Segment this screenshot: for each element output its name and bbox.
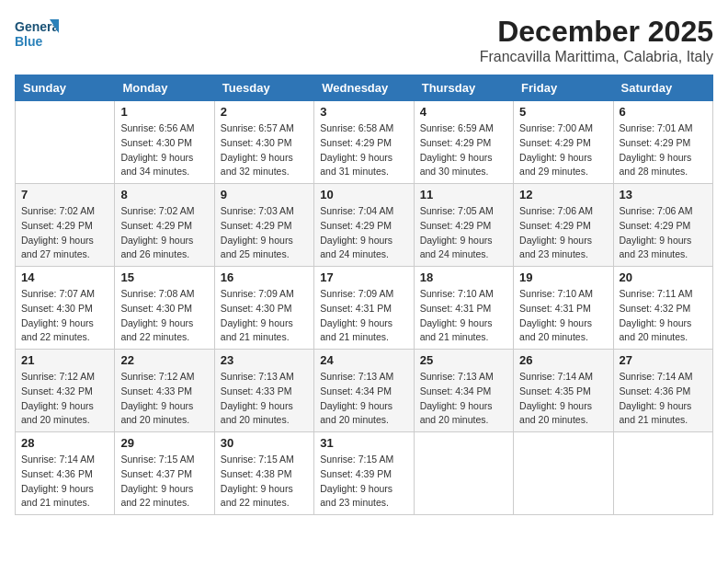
day-number: 25 xyxy=(420,353,507,367)
cell-info: Sunrise: 7:13 AMSunset: 4:34 PMDaylight:… xyxy=(420,370,507,428)
day-number: 26 xyxy=(519,353,607,367)
cell-info: Sunrise: 7:10 AMSunset: 4:31 PMDaylight:… xyxy=(519,287,607,345)
day-of-week-header: Monday xyxy=(115,75,214,101)
cell-info: Sunrise: 7:12 AMSunset: 4:32 PMDaylight:… xyxy=(21,370,108,428)
cell-info: Sunrise: 7:12 AMSunset: 4:33 PMDaylight:… xyxy=(120,370,208,428)
calendar-cell: 25Sunrise: 7:13 AMSunset: 4:34 PMDayligh… xyxy=(414,350,513,432)
cell-info: Sunrise: 7:14 AMSunset: 4:35 PMDaylight:… xyxy=(519,370,607,428)
day-number: 7 xyxy=(21,188,108,201)
day-number: 28 xyxy=(21,436,108,450)
calendar-header-row: SundayMondayTuesdayWednesdayThursdayFrid… xyxy=(16,75,713,101)
calendar-cell: 23Sunrise: 7:13 AMSunset: 4:33 PMDayligh… xyxy=(214,350,313,432)
day-of-week-header: Tuesday xyxy=(214,75,313,101)
day-number: 1 xyxy=(120,105,208,119)
logo-icon: General Blue xyxy=(15,15,59,52)
cell-info: Sunrise: 7:00 AMSunset: 4:29 PMDaylight:… xyxy=(519,121,607,179)
calendar-cell: 30Sunrise: 7:15 AMSunset: 4:38 PMDayligh… xyxy=(214,432,313,515)
calendar-cell: 3Sunrise: 6:58 AMSunset: 4:29 PMDaylight… xyxy=(314,101,414,184)
calendar-week-row: 21Sunrise: 7:12 AMSunset: 4:32 PMDayligh… xyxy=(16,350,713,432)
day-number: 5 xyxy=(519,105,607,119)
logo: General Blue xyxy=(15,15,63,52)
day-number: 29 xyxy=(120,436,208,450)
cell-info: Sunrise: 7:15 AMSunset: 4:37 PMDaylight:… xyxy=(120,453,208,511)
cell-info: Sunrise: 6:59 AMSunset: 4:29 PMDaylight:… xyxy=(420,121,507,179)
day-number: 18 xyxy=(420,270,507,284)
calendar-cell xyxy=(613,432,712,515)
calendar-cell: 22Sunrise: 7:12 AMSunset: 4:33 PMDayligh… xyxy=(115,350,214,432)
day-number: 22 xyxy=(120,353,208,367)
calendar-cell: 5Sunrise: 7:00 AMSunset: 4:29 PMDaylight… xyxy=(514,101,613,184)
calendar-cell: 26Sunrise: 7:14 AMSunset: 4:35 PMDayligh… xyxy=(514,350,613,432)
day-of-week-header: Friday xyxy=(514,75,613,101)
header: General Blue December 2025 Francavilla M… xyxy=(15,15,713,65)
cell-info: Sunrise: 7:14 AMSunset: 4:36 PMDaylight:… xyxy=(620,370,707,428)
calendar-cell: 15Sunrise: 7:08 AMSunset: 4:30 PMDayligh… xyxy=(115,267,214,350)
calendar-cell: 28Sunrise: 7:14 AMSunset: 4:36 PMDayligh… xyxy=(16,432,115,515)
day-of-week-header: Saturday xyxy=(613,75,712,101)
cell-info: Sunrise: 6:56 AMSunset: 4:30 PMDaylight:… xyxy=(120,121,208,179)
day-number: 12 xyxy=(519,188,607,201)
calendar-cell: 8Sunrise: 7:02 AMSunset: 4:29 PMDaylight… xyxy=(115,184,214,267)
cell-info: Sunrise: 7:09 AMSunset: 4:31 PMDaylight:… xyxy=(320,287,407,345)
day-number: 4 xyxy=(420,105,507,119)
calendar-cell: 12Sunrise: 7:06 AMSunset: 4:29 PMDayligh… xyxy=(514,184,613,267)
cell-info: Sunrise: 7:15 AMSunset: 4:39 PMDaylight:… xyxy=(320,453,407,511)
day-number: 21 xyxy=(21,353,108,367)
location: Francavilla Marittima, Calabria, Italy xyxy=(480,49,713,65)
day-number: 6 xyxy=(620,105,707,119)
cell-info: Sunrise: 7:11 AMSunset: 4:32 PMDaylight:… xyxy=(620,287,707,345)
cell-info: Sunrise: 7:15 AMSunset: 4:38 PMDaylight:… xyxy=(221,453,308,511)
calendar-table: SundayMondayTuesdayWednesdayThursdayFrid… xyxy=(15,75,713,515)
day-number: 20 xyxy=(620,270,707,284)
day-number: 19 xyxy=(519,270,607,284)
day-number: 27 xyxy=(620,353,707,367)
day-number: 8 xyxy=(120,188,208,201)
calendar-cell: 17Sunrise: 7:09 AMSunset: 4:31 PMDayligh… xyxy=(314,267,414,350)
cell-info: Sunrise: 7:06 AMSunset: 4:29 PMDaylight:… xyxy=(519,204,607,262)
day-number: 24 xyxy=(320,353,407,367)
calendar-cell xyxy=(414,432,513,515)
day-number: 17 xyxy=(320,270,407,284)
calendar-cell: 16Sunrise: 7:09 AMSunset: 4:30 PMDayligh… xyxy=(214,267,313,350)
day-number: 23 xyxy=(221,353,308,367)
calendar-cell: 19Sunrise: 7:10 AMSunset: 4:31 PMDayligh… xyxy=(514,267,613,350)
day-number: 9 xyxy=(221,188,308,201)
calendar-cell: 31Sunrise: 7:15 AMSunset: 4:39 PMDayligh… xyxy=(314,432,414,515)
calendar-cell: 7Sunrise: 7:02 AMSunset: 4:29 PMDaylight… xyxy=(16,184,115,267)
cell-info: Sunrise: 7:01 AMSunset: 4:29 PMDaylight:… xyxy=(620,121,707,179)
day-number: 31 xyxy=(320,436,407,450)
calendar-week-row: 28Sunrise: 7:14 AMSunset: 4:36 PMDayligh… xyxy=(16,432,713,515)
day-number: 10 xyxy=(320,188,407,201)
day-number: 13 xyxy=(620,188,707,201)
day-of-week-header: Thursday xyxy=(414,75,513,101)
calendar-cell: 29Sunrise: 7:15 AMSunset: 4:37 PMDayligh… xyxy=(115,432,214,515)
cell-info: Sunrise: 7:03 AMSunset: 4:29 PMDaylight:… xyxy=(221,204,308,262)
calendar-cell: 20Sunrise: 7:11 AMSunset: 4:32 PMDayligh… xyxy=(613,267,712,350)
calendar-cell: 2Sunrise: 6:57 AMSunset: 4:30 PMDaylight… xyxy=(214,101,313,184)
calendar-cell: 24Sunrise: 7:13 AMSunset: 4:34 PMDayligh… xyxy=(314,350,414,432)
calendar-cell: 6Sunrise: 7:01 AMSunset: 4:29 PMDaylight… xyxy=(613,101,712,184)
cell-info: Sunrise: 7:04 AMSunset: 4:29 PMDaylight:… xyxy=(320,204,407,262)
day-number: 11 xyxy=(420,188,507,201)
calendar-cell: 18Sunrise: 7:10 AMSunset: 4:31 PMDayligh… xyxy=(414,267,513,350)
day-number: 16 xyxy=(221,270,308,284)
calendar-week-row: 1Sunrise: 6:56 AMSunset: 4:30 PMDaylight… xyxy=(16,101,713,184)
month-year: December 2025 xyxy=(480,15,713,49)
calendar-week-row: 7Sunrise: 7:02 AMSunset: 4:29 PMDaylight… xyxy=(16,184,713,267)
svg-text:Blue: Blue xyxy=(15,34,43,49)
day-number: 3 xyxy=(320,105,407,119)
cell-info: Sunrise: 6:58 AMSunset: 4:29 PMDaylight:… xyxy=(320,121,407,179)
calendar-cell: 4Sunrise: 6:59 AMSunset: 4:29 PMDaylight… xyxy=(414,101,513,184)
day-number: 14 xyxy=(21,270,108,284)
calendar-cell xyxy=(16,101,115,184)
cell-info: Sunrise: 7:09 AMSunset: 4:30 PMDaylight:… xyxy=(221,287,308,345)
cell-info: Sunrise: 7:06 AMSunset: 4:29 PMDaylight:… xyxy=(620,204,707,262)
calendar-cell: 13Sunrise: 7:06 AMSunset: 4:29 PMDayligh… xyxy=(613,184,712,267)
cell-info: Sunrise: 7:10 AMSunset: 4:31 PMDaylight:… xyxy=(420,287,507,345)
calendar-cell: 10Sunrise: 7:04 AMSunset: 4:29 PMDayligh… xyxy=(314,184,414,267)
cell-info: Sunrise: 7:13 AMSunset: 4:34 PMDaylight:… xyxy=(320,370,407,428)
calendar-cell xyxy=(514,432,613,515)
calendar-cell: 1Sunrise: 6:56 AMSunset: 4:30 PMDaylight… xyxy=(115,101,214,184)
calendar-cell: 27Sunrise: 7:14 AMSunset: 4:36 PMDayligh… xyxy=(613,350,712,432)
cell-info: Sunrise: 7:14 AMSunset: 4:36 PMDaylight:… xyxy=(21,453,108,511)
